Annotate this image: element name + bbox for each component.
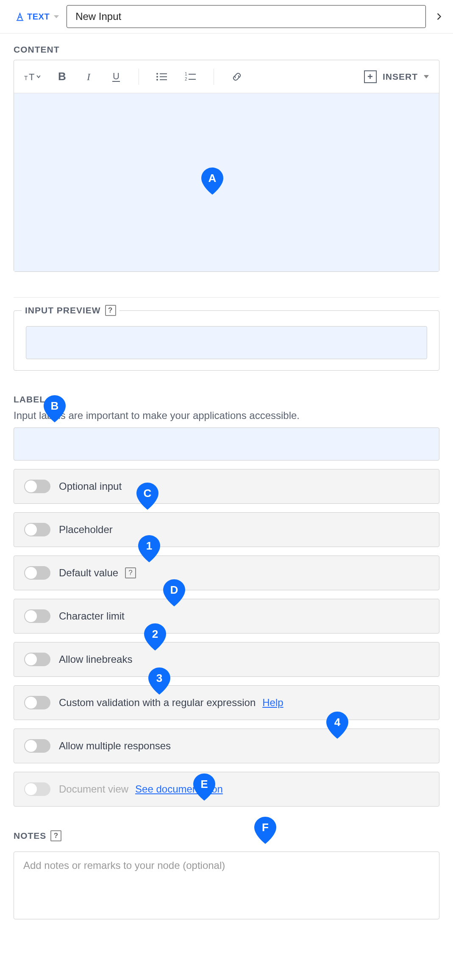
see-documentation-link[interactable]: See documentation (135, 783, 223, 795)
label-section-heading: LABEL (14, 394, 439, 405)
label-hint-text: Input labels are important to make your … (14, 410, 439, 422)
input-preview-fieldset: INPUT PREVIEW ? (14, 310, 439, 371)
svg-text:T: T (24, 75, 28, 81)
svg-text:U: U (113, 71, 120, 81)
content-editor-body[interactable] (14, 93, 439, 271)
help-icon[interactable]: ? (125, 567, 136, 578)
svg-point-6 (156, 73, 158, 75)
input-preview-box (26, 326, 427, 359)
svg-text:T: T (29, 72, 34, 82)
help-link[interactable]: Help (262, 697, 283, 709)
toggle-switch[interactable] (24, 739, 50, 753)
plus-icon: + (364, 70, 377, 83)
svg-text:B: B (58, 71, 66, 83)
link-button[interactable] (231, 71, 243, 83)
node-title-input[interactable] (67, 5, 426, 28)
toggle-switch[interactable] (24, 566, 50, 580)
notes-textarea[interactable] (14, 852, 439, 919)
italic-button[interactable]: I (84, 71, 94, 83)
toggle-allow-linebreaks[interactable]: Allow linebreaks (14, 642, 439, 677)
chevron-down-icon (54, 15, 59, 18)
font-size-button[interactable]: TT (24, 71, 40, 83)
content-editor: TT B I U 12 + INSERT (14, 60, 439, 272)
toggle-switch (24, 782, 50, 796)
bold-button[interactable]: B (57, 71, 67, 83)
toggle-switch[interactable] (24, 480, 50, 493)
insert-menu-button[interactable]: + INSERT (364, 70, 429, 83)
svg-text:I: I (86, 71, 91, 82)
help-icon[interactable]: ? (105, 305, 116, 316)
content-section-label: CONTENT (14, 45, 439, 55)
chevron-down-icon (424, 75, 429, 78)
label-input[interactable] (14, 427, 439, 461)
insert-label: INSERT (383, 72, 418, 82)
section-divider (14, 297, 439, 298)
toggle-switch[interactable] (24, 653, 50, 666)
toggle-document-view: Document view See documentation (14, 772, 439, 807)
ordered-list-button[interactable]: 12 (185, 72, 197, 82)
node-type-label: TEXT (27, 12, 50, 22)
toggle-placeholder[interactable]: Placeholder (14, 512, 439, 547)
input-preview-legend: INPUT PREVIEW ? (22, 305, 120, 316)
toggle-switch[interactable] (24, 523, 50, 536)
svg-text:2: 2 (185, 77, 187, 81)
underline-button[interactable]: U (111, 71, 122, 83)
node-type-selector[interactable]: TEXT (15, 12, 59, 22)
svg-text:1: 1 (185, 72, 187, 76)
editor-toolbar: TT B I U 12 + INSERT (14, 60, 439, 93)
toggle-switch[interactable] (24, 609, 50, 623)
help-icon[interactable]: ? (50, 830, 61, 841)
svg-point-8 (156, 76, 158, 78)
notes-section-label: NOTES ? (14, 830, 439, 841)
toggle-default-value[interactable]: Default value? (14, 556, 439, 590)
text-type-icon (15, 12, 25, 21)
header-bar: TEXT (0, 0, 453, 34)
toggle-custom-validation[interactable]: Custom validation with a regular express… (14, 685, 439, 720)
toolbar-divider (214, 69, 214, 85)
toggle-multiple-responses[interactable]: Allow multiple responses (14, 729, 439, 763)
toggle-character-limit[interactable]: Character limit (14, 599, 439, 634)
svg-point-10 (156, 79, 158, 81)
toolbar-divider (139, 69, 139, 85)
toggle-switch[interactable] (24, 696, 50, 709)
bullet-list-button[interactable] (156, 72, 168, 82)
toggle-optional-input[interactable]: Optional input (14, 469, 439, 504)
expand-panel-button[interactable] (434, 11, 445, 22)
